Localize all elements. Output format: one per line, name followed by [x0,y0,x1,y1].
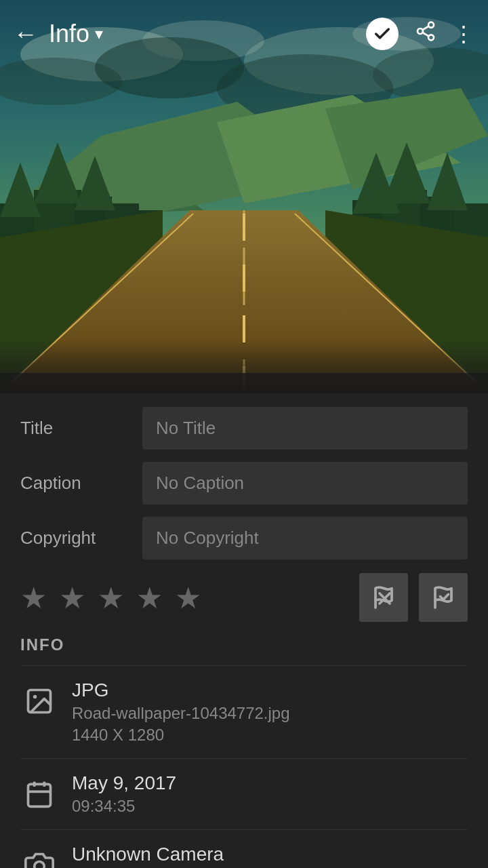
camera-name: Unknown Camera [72,844,224,865]
dropdown-icon[interactable]: ▾ [95,24,103,43]
rating-section: ★ ★ ★ ★ ★ [20,573,468,622]
file-info-item: JPG Road-wallpaper-10434772.jpg 1440 X 1… [20,669,468,755]
star-4[interactable]: ★ [136,580,163,615]
title-input[interactable] [142,407,468,450]
date-info-content: May 9, 2017 09:34:35 [72,772,176,816]
file-name: Road-wallpaper-10434772.jpg [72,704,290,723]
accept-flag-button[interactable] [419,573,468,622]
image-icon [20,682,58,720]
info-section-title: INFO [20,635,468,654]
title-container: Info ▾ [49,20,366,48]
share-button[interactable] [415,20,436,47]
copyright-field-row: Copyright [20,517,468,559]
star-3[interactable]: ★ [98,580,124,615]
date-secondary: 09:34:35 [72,797,176,816]
hero-gradient-overlay [0,339,488,393]
svg-rect-47 [28,784,51,806]
date-info-item: May 9, 2017 09:34:35 [20,762,468,827]
svg-point-51 [35,862,45,869]
camera-info-item: Unknown Camera Unknown Lens [20,833,468,868]
star-rating: ★ ★ ★ ★ ★ [20,580,359,615]
svg-point-46 [33,695,37,699]
camera-info-content: Unknown Camera Unknown Lens [72,844,224,868]
back-button[interactable]: ← [14,20,38,48]
reject-flag-button[interactable] [359,573,408,622]
caption-label: Caption [20,473,142,494]
file-format: JPG [72,679,290,701]
star-5[interactable]: ★ [175,580,201,615]
copyright-label: Copyright [20,528,142,549]
caption-field-row: Caption [20,462,468,505]
file-info-content: JPG Road-wallpaper-10434772.jpg 1440 X 1… [72,679,290,745]
divider-2 [20,758,468,759]
check-button[interactable] [366,18,399,50]
svg-line-3 [422,33,428,36]
camera-icon [20,846,58,868]
flag-buttons [359,573,468,622]
star-1[interactable]: ★ [20,580,47,615]
divider-3 [20,829,468,830]
date-primary: May 9, 2017 [72,772,176,794]
title-field-row: Title [20,407,468,450]
header-actions: ⋮ [366,18,474,50]
caption-input[interactable] [142,462,468,505]
star-2[interactable]: ★ [59,580,85,615]
divider-1 [20,665,468,666]
app-header: ← Info ▾ ⋮ [0,0,488,68]
info-panel: Title Caption Copyright ★ ★ ★ ★ ★ [0,393,488,868]
file-dimensions: 1440 X 1280 [72,726,290,745]
calendar-icon [20,775,58,813]
page-title: Info [49,20,89,48]
copyright-input[interactable] [142,517,468,559]
svg-line-4 [422,26,428,30]
title-label: Title [20,418,142,439]
more-button[interactable]: ⋮ [453,21,474,47]
